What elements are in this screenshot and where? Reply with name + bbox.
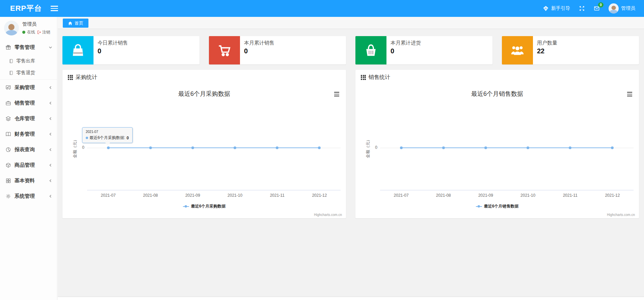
main-content: 今日累计销售 0 本月累计销售 0 本月累计进货 0 (58, 29, 644, 297)
gear-icon (5, 193, 11, 199)
data-point[interactable] (442, 146, 445, 149)
sidebar-item-finance[interactable]: 财务管理 (0, 126, 57, 142)
data-point[interactable] (611, 146, 614, 149)
panel-title: 采购统计 (76, 74, 97, 81)
highcharts-credit[interactable]: Highcharts.com.cn (607, 213, 635, 217)
panel-header: 采购统计 (62, 70, 346, 85)
user-menu[interactable]: 管理员 (609, 3, 635, 13)
sidebar-avatar (4, 21, 19, 35)
data-point[interactable] (107, 146, 110, 149)
diamond-icon (543, 5, 549, 11)
y-axis-title: 金额（元） (365, 138, 371, 158)
data-point[interactable] (191, 146, 194, 149)
data-point[interactable] (484, 146, 487, 149)
legend-marker-icon (183, 205, 189, 208)
stat-card-user-count: 用户数量 22 (502, 36, 639, 64)
stat-value: 0 (98, 47, 128, 55)
fullscreen-icon (579, 5, 585, 11)
pie-chart-icon (5, 147, 11, 153)
sidebar-item-retail-return[interactable]: 零售退货 (0, 67, 57, 79)
guide-button[interactable]: 新手引导 (543, 5, 570, 11)
legend-item[interactable]: 最近6个月销售数据 (476, 203, 519, 209)
data-point[interactable] (234, 146, 236, 149)
data-point[interactable] (569, 146, 571, 149)
series-line (108, 147, 320, 148)
legend-label: 最近6个月销售数据 (484, 203, 519, 209)
sidebar-toggle-icon[interactable] (51, 6, 58, 11)
message-count-badge: 0 (598, 2, 603, 7)
chevron-left-icon (49, 116, 52, 121)
x-axis-label: 2021-12 (299, 193, 340, 198)
notebook-icon (9, 59, 14, 63)
sidebar-item-reports[interactable]: 报表查询 (0, 142, 57, 157)
stat-label: 本月累计销售 (244, 40, 274, 46)
chart-title: 最近6个月销售数据 (355, 90, 639, 98)
sales-chart: 最近6个月销售数据 0 金额（元） 最近6个月销售数据 Highcharts.c… (355, 85, 639, 218)
data-point[interactable] (318, 146, 321, 149)
top-navbar: ERP平台 新手引导 0 管理员 (0, 0, 644, 17)
notebook-icon (9, 71, 14, 75)
stat-card-month-sales: 本月累计销售 0 (209, 36, 346, 64)
fullscreen-button[interactable] (579, 5, 585, 11)
chevron-down-icon (49, 45, 52, 50)
logout-icon (37, 30, 41, 34)
purchase-chart: 最近6个月采购数据 0 金额（元） 最近6个月采购数据 Highcharts.c… (62, 85, 346, 218)
data-point[interactable] (400, 146, 403, 149)
sidebar-item-products[interactable]: 商品管理 (0, 157, 57, 173)
sidebar-item-sales[interactable]: 销售管理 (0, 95, 57, 111)
tooltip-series-dot (86, 137, 88, 139)
chart-panels-row: 采购统计 最近6个月采购数据 0 金额（元） 最近6个月采购数据 Highcha… (62, 70, 639, 218)
home-icon (68, 21, 73, 26)
messages-button[interactable]: 0 (594, 5, 600, 11)
x-axis-label: 2021-10 (508, 193, 548, 198)
briefcase-icon (5, 100, 11, 106)
logout-button[interactable]: 注销 (37, 29, 50, 35)
stat-label: 本月累计进货 (391, 40, 421, 46)
sidebar-item-basic-data[interactable]: 基本资料 (0, 173, 57, 188)
data-point[interactable] (276, 146, 278, 149)
sidebar: 管理员 在线 注销 零售管理 零售出库 零售退货 (0, 17, 57, 300)
online-status-label: 在线 (27, 29, 35, 35)
sidebar-user-block: 管理员 在线 注销 (0, 17, 57, 39)
x-axis-label: 2021-09 (172, 193, 213, 198)
tooltip-header: 2021-07 (86, 130, 129, 134)
chart-context-menu-button[interactable] (332, 91, 341, 98)
procurement-icon (5, 85, 11, 90)
sidebar-item-warehouse[interactable]: 仓库管理 (0, 111, 57, 126)
legend-label: 最近6个月采购数据 (191, 203, 226, 209)
data-point[interactable] (527, 146, 529, 149)
x-axis-label: 2021-08 (423, 193, 464, 198)
purchase-stats-panel: 采购统计 最近6个月采购数据 0 金额（元） 最近6个月采购数据 Highcha… (62, 70, 346, 218)
stat-value: 22 (537, 47, 557, 55)
data-point[interactable] (149, 146, 152, 149)
sidebar-item-procurement[interactable]: 采购管理 (0, 80, 57, 95)
navbar-username: 管理员 (621, 5, 635, 11)
sidebar-item-retail[interactable]: 零售管理 (0, 39, 57, 55)
navbar-avatar (609, 3, 619, 13)
sidebar-item-system[interactable]: 系统管理 (0, 188, 57, 204)
users-icon (510, 43, 525, 58)
legend-marker-icon (476, 205, 482, 208)
stat-label: 今日累计销售 (98, 40, 128, 46)
panel-header: 销售统计 (355, 70, 639, 85)
highcharts-credit[interactable]: Highcharts.com.cn (314, 213, 342, 217)
x-axis-label: 2021-10 (215, 193, 255, 198)
stat-cards-row: 今日累计销售 0 本月累计销售 0 本月累计进货 0 (62, 36, 639, 64)
series-line (401, 147, 613, 148)
tab-home[interactable]: 首页 (63, 19, 88, 28)
x-axis-label: 2021-11 (550, 193, 590, 198)
sidebar-item-retail-outbound[interactable]: 零售出库 (0, 55, 57, 67)
chevron-left-icon (49, 85, 52, 90)
stat-value: 0 (391, 47, 421, 55)
chevron-left-icon (49, 193, 52, 199)
chart-title: 最近6个月采购数据 (62, 90, 346, 98)
legend-item[interactable]: 最近6个月采购数据 (183, 203, 226, 209)
chart-context-menu-button[interactable] (625, 91, 634, 98)
grid-icon (5, 178, 11, 184)
y-axis-title: 金额（元） (72, 138, 78, 158)
package-icon (5, 162, 11, 168)
sidebar-menu: 零售管理 零售出库 零售退货 采购管理 销售管理 仓库管理 (0, 39, 57, 204)
finance-book-icon (5, 131, 11, 137)
basket-icon (364, 43, 378, 58)
th-grid-icon (68, 75, 73, 80)
